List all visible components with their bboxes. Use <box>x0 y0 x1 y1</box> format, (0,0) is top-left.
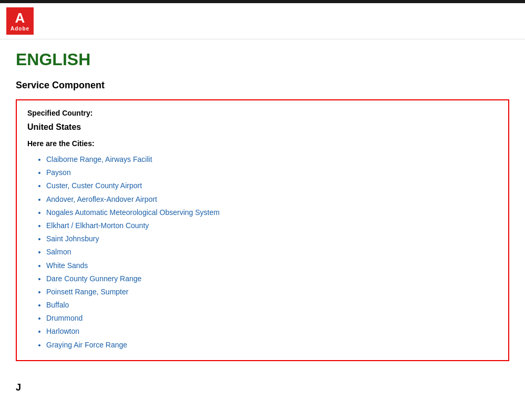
header: A Adobe <box>0 3 525 39</box>
language-heading: ENGLISH <box>16 50 509 69</box>
bottom-partial-text: J <box>16 382 21 393</box>
list-item[interactable]: Nogales Automatic Meteorological Observi… <box>46 206 498 219</box>
adobe-logo: A Adobe <box>6 7 34 35</box>
list-item[interactable]: Andover, Aeroflex-Andover Airport <box>46 193 498 206</box>
bottom-partial: J <box>0 382 525 393</box>
list-item[interactable]: Harlowton <box>46 325 498 338</box>
country-name: United States <box>27 122 498 132</box>
red-box: Specified Country: United States Here ar… <box>16 99 509 361</box>
cities-list: Claiborne Range, Airways FacilitPaysonCu… <box>27 153 498 352</box>
list-item[interactable]: Dare County Gunnery Range <box>46 272 498 285</box>
list-item[interactable]: Payson <box>46 166 498 179</box>
list-item[interactable]: Graying Air Force Range <box>46 339 498 352</box>
adobe-logo-letter: A <box>15 11 25 25</box>
list-item[interactable]: Saint Johnsbury <box>46 232 498 245</box>
specified-country-label: Specified Country: <box>27 109 498 117</box>
list-item[interactable]: Drummond <box>46 312 498 325</box>
list-item[interactable]: White Sands <box>46 259 498 272</box>
list-item[interactable]: Elkhart / Elkhart-Morton County <box>46 219 498 232</box>
section-title: Service Component <box>16 80 509 91</box>
list-item[interactable]: Claiborne Range, Airways Facilit <box>46 153 498 166</box>
list-item[interactable]: Poinsett Range, Sumpter <box>46 285 498 299</box>
adobe-logo-text: Adobe <box>11 26 29 32</box>
cities-label: Here are the Cities: <box>27 139 498 148</box>
list-item[interactable]: Salmon <box>46 245 498 259</box>
list-item[interactable]: Buffalo <box>46 299 498 312</box>
list-item[interactable]: Custer, Custer County Airport <box>46 179 498 192</box>
main-content: ENGLISH Service Component Specified Coun… <box>0 39 525 382</box>
